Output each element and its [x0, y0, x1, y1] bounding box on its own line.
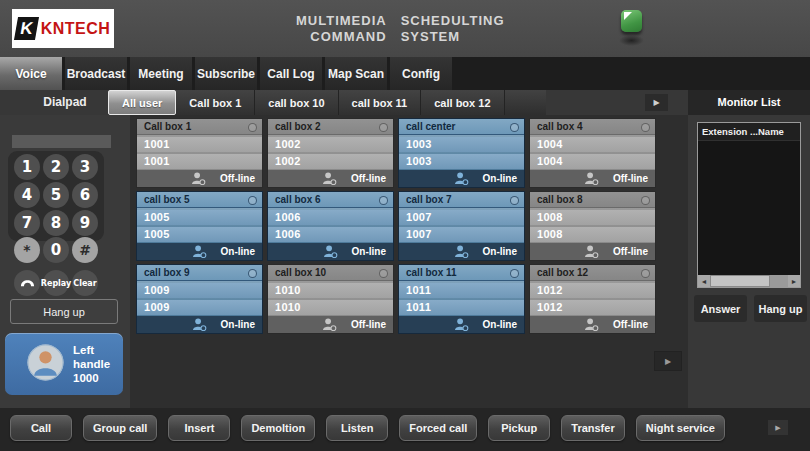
call-box-card-call-box-12[interactable]: call box 1210121012Off-line: [529, 264, 656, 334]
call-box-card-call-box-7[interactable]: call box 710071007On-line: [398, 191, 525, 261]
tag-dot-icon: [641, 196, 650, 205]
action-buttons: CallGroup callInsertDemoltionListenForce…: [10, 415, 725, 441]
call-box-name: call box 10: [275, 267, 326, 278]
call-box-extension-2: 1011: [399, 300, 524, 315]
user-tab-call-box-10[interactable]: call box 10: [255, 90, 338, 115]
digit-key-5[interactable]: 5: [43, 182, 69, 208]
group-call-button[interactable]: Group call: [83, 415, 157, 441]
star-key[interactable]: *: [14, 237, 40, 263]
tab-meeting[interactable]: Meeting: [130, 57, 192, 90]
status-label: Off-line: [613, 173, 648, 184]
answer-button[interactable]: Answer: [694, 295, 747, 322]
tab-broadcast[interactable]: Broadcast: [65, 57, 127, 90]
dialpad-hangup-button[interactable]: Hang up: [10, 299, 118, 324]
tag-dot-icon: [510, 196, 519, 205]
digit-key-4[interactable]: 4: [14, 182, 40, 208]
person-status-icon: [584, 245, 599, 258]
forced-call-button[interactable]: Forced call: [399, 415, 477, 441]
insert-button[interactable]: Insert: [168, 415, 230, 441]
next-arrow-icon: ▶: [775, 424, 780, 432]
zero-key[interactable]: 0: [43, 237, 69, 263]
call-box-name: call box 6: [275, 194, 321, 205]
digit-key-3[interactable]: 3: [72, 154, 98, 180]
call-box-card-call-box-10[interactable]: call box 1010101010Off-line: [267, 264, 394, 334]
digit-key-6[interactable]: 6: [72, 182, 98, 208]
call-box-name: call box 9: [144, 267, 190, 278]
call-box-footer: Off-line: [530, 316, 655, 333]
call-box-extension-2: 1001: [137, 154, 262, 169]
operator-handle-card[interactable]: Left handle 1000: [5, 333, 123, 395]
digit-key-2[interactable]: 2: [43, 154, 69, 180]
tab-map-scan[interactable]: Map Scan: [325, 57, 387, 90]
tab-voice[interactable]: Voice: [0, 57, 62, 90]
listen-button[interactable]: Listen: [326, 415, 388, 441]
scrollbar-track: [770, 275, 788, 287]
header-bar: K KNTECH MULTIMEDIA SCHEDULTING COMMAND …: [0, 0, 810, 57]
digit-key-9[interactable]: 9: [72, 210, 98, 236]
user-tabs-next-button[interactable]: ▶: [645, 94, 668, 111]
tab-config[interactable]: Config: [390, 57, 452, 90]
call-box-card-call-box-4[interactable]: call box 410041004Off-line: [529, 118, 656, 188]
digit-key-7[interactable]: 7: [14, 210, 40, 236]
call-box-extension: 1005: [137, 210, 262, 225]
call-button[interactable]: Call: [10, 415, 72, 441]
status-label: Off-line: [351, 173, 386, 184]
person-status-icon: [584, 318, 599, 331]
person-status-icon: [322, 172, 337, 185]
call-box-card-call-box-11[interactable]: call box 1110111011On-line: [398, 264, 525, 334]
call-box-extension: 1012: [530, 283, 655, 298]
call-box-footer: On-line: [137, 243, 262, 260]
call-box-footer: On-line: [399, 170, 524, 187]
hash-key[interactable]: #: [72, 237, 98, 263]
monitor-panel: Extension ... Name ◄ ► Answer Hang up: [688, 115, 810, 408]
digit-key-8[interactable]: 8: [43, 210, 69, 236]
tab-subscribe[interactable]: Subscribe: [195, 57, 257, 90]
title-word: COMMAND: [296, 29, 387, 44]
monitor-listbox[interactable]: Extension ... Name ◄ ►: [697, 122, 801, 288]
person-status-icon: [323, 245, 338, 258]
night-service-button[interactable]: Night service: [636, 415, 725, 441]
user-tab-call-box-11[interactable]: call box 11: [339, 90, 422, 115]
person-status-icon: [322, 318, 337, 331]
call-key[interactable]: [14, 270, 40, 296]
transfer-button[interactable]: Transfer: [561, 415, 624, 441]
tab-call-log[interactable]: Call Log: [260, 57, 322, 90]
call-box-card-call-box-6[interactable]: call box 610061006On-line: [267, 191, 394, 261]
actions-next-button[interactable]: ▶: [768, 420, 788, 435]
call-box-card-call-box-2[interactable]: call box 210021002Off-line: [267, 118, 394, 188]
clear-button[interactable]: Clear: [72, 270, 98, 296]
sub-bar: Dialpad All userCall box 1call box 10cal…: [0, 90, 810, 116]
dialpad-keys-panel: 123456789: [8, 151, 104, 241]
call-box-extension-2: 1003: [399, 154, 524, 169]
scroll-right-icon[interactable]: ►: [788, 275, 800, 287]
handle-extension: 1000: [73, 372, 99, 384]
call-box-extension: 1006: [268, 210, 393, 225]
call-box-card-call-center[interactable]: call center10031003On-line: [398, 118, 525, 188]
call-box-card-call-box-1[interactable]: Call box 110011001Off-line: [136, 118, 263, 188]
scroll-left-icon[interactable]: ◄: [698, 275, 710, 287]
next-arrow-icon: ▶: [653, 98, 659, 107]
grid-next-page-button[interactable]: ▶: [654, 351, 682, 371]
replay-button[interactable]: Replay: [43, 270, 69, 296]
demoltion-button[interactable]: Demoltion: [241, 415, 315, 441]
monitor-hangup-button[interactable]: Hang up: [754, 295, 807, 322]
status-label: On-line: [352, 246, 386, 257]
person-status-icon: [192, 318, 207, 331]
user-tab-call-box-12[interactable]: call box 12: [421, 90, 504, 115]
dial-display-input[interactable]: [12, 135, 111, 148]
user-tab-call-box-1[interactable]: Call box 1: [176, 90, 255, 115]
status-label: Off-line: [220, 173, 255, 184]
call-box-card-call-box-8[interactable]: call box 810081008Off-line: [529, 191, 656, 261]
call-box-header: call box 2: [268, 119, 393, 135]
call-box-header: call box 10: [268, 265, 393, 281]
scrollbar-thumb[interactable]: [710, 275, 770, 287]
user-tab-all-user[interactable]: All user: [108, 90, 176, 115]
tag-dot-icon: [248, 269, 257, 278]
call-box-card-call-box-5[interactable]: call box 510051005On-line: [136, 191, 263, 261]
pickup-button[interactable]: Pickup: [488, 415, 550, 441]
status-label: Off-line: [613, 319, 648, 330]
call-box-card-call-box-9[interactable]: call box 910091009On-line: [136, 264, 263, 334]
horizontal-scrollbar[interactable]: ◄ ►: [698, 275, 800, 287]
status-label: On-line: [483, 246, 517, 257]
digit-key-1[interactable]: 1: [14, 154, 40, 180]
